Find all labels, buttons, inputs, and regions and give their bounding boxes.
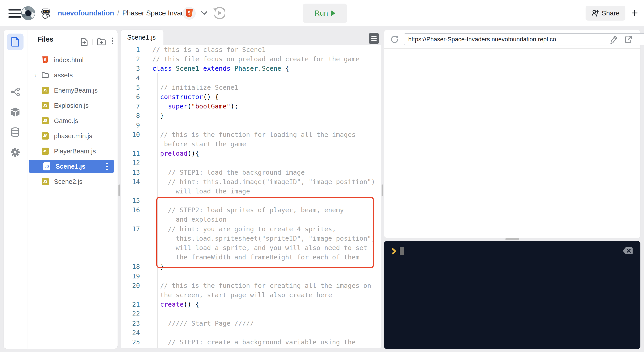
js-file-icon: JS bbox=[42, 148, 49, 155]
file-row-assets[interactable]: ›assets bbox=[27, 68, 118, 83]
rail-item-packages[interactable] bbox=[7, 104, 24, 120]
file-row-Scene1.js[interactable]: JSScene1.js bbox=[29, 160, 114, 173]
file-row-EnemyBeam.js[interactable]: JSEnemyBeam.js bbox=[27, 83, 118, 98]
code-line-13: 13// STEP1: load the background image bbox=[121, 168, 381, 177]
code-line-10: 10// this is the function for loading al… bbox=[121, 130, 381, 139]
file-row-Explosion.js[interactable]: JSExplosion.js bbox=[27, 98, 118, 113]
bot-avatar-icon bbox=[41, 8, 50, 20]
code-line-wrap: will load a sprite, and you will also ne… bbox=[121, 243, 381, 252]
code-line-7: 7super("bootGame"); bbox=[121, 102, 381, 111]
code-line-23: 23///// Start Page ///// bbox=[121, 319, 381, 328]
file-row-Game.js[interactable]: JSGame.js bbox=[27, 113, 118, 128]
console-panel[interactable] bbox=[384, 241, 640, 349]
code-line-3: 3class Scene1 extends Phaser.Scene { bbox=[121, 64, 381, 73]
console-prompt-icon bbox=[392, 248, 397, 255]
file-row-phaser.min.js[interactable]: JSphaser.min.js bbox=[27, 128, 118, 144]
preview-url-input[interactable] bbox=[404, 33, 644, 45]
code-line-19: 19 bbox=[121, 272, 381, 281]
web-preview-panel bbox=[384, 30, 640, 238]
file-name: EnemyBeam.js bbox=[54, 87, 98, 94]
code-line-11: 11preload(){ bbox=[121, 149, 381, 158]
files-section: Files 5index.html›assetsJSEnemyBeam.jsJS… bbox=[27, 30, 118, 349]
preview-url-bar bbox=[384, 30, 640, 49]
code-line-wrap: background you loaded bbox=[121, 347, 381, 348]
new-tab-plus-button[interactable]: + bbox=[628, 5, 641, 21]
open-external-link-icon[interactable] bbox=[624, 35, 632, 45]
tool-rail: ? bbox=[4, 30, 27, 349]
js-file-icon: JS bbox=[42, 132, 49, 140]
code-line-5: 5// initialize Scene1 bbox=[121, 83, 381, 92]
code-line-15: 15 bbox=[121, 196, 381, 205]
breadcrumb-org-link[interactable]: nuevofoundation bbox=[58, 9, 114, 17]
code-line-9: 9 bbox=[121, 121, 381, 130]
edit-url-pencil-icon[interactable] bbox=[610, 35, 618, 45]
code-line-20: 20// this is the function for creating a… bbox=[121, 281, 381, 290]
repl-menu-chevron-down-icon[interactable] bbox=[200, 10, 208, 16]
code-editor[interactable]: 1// this is a class for Scene12// this f… bbox=[121, 45, 381, 348]
run-play-icon bbox=[331, 10, 336, 16]
breadcrumb: nuevofoundation / Phaser Space Invaders bbox=[58, 0, 194, 26]
add-file-icon[interactable] bbox=[80, 38, 88, 47]
run-button[interactable]: Run bbox=[303, 3, 347, 23]
file-name: Explosion.js bbox=[54, 102, 89, 109]
code-line-8: 8} bbox=[121, 111, 381, 120]
editor-tab-label: Scene1.js bbox=[127, 34, 156, 41]
file-name: assets bbox=[54, 72, 73, 79]
breadcrumb-separator: / bbox=[117, 9, 119, 17]
code-line-12: 12 bbox=[121, 158, 381, 168]
file-name: index.html bbox=[54, 56, 84, 64]
code-line-wrap: will load the image bbox=[121, 186, 381, 196]
file-row-Scene2.js[interactable]: JSScene2.js bbox=[27, 174, 118, 189]
rail-item-settings[interactable] bbox=[7, 144, 24, 161]
console-clear-backspace-icon[interactable] bbox=[622, 247, 633, 255]
database-icon bbox=[10, 127, 20, 137]
rail-item-files[interactable] bbox=[7, 33, 24, 50]
console-cursor bbox=[400, 247, 404, 255]
cube-icon bbox=[10, 107, 20, 117]
rail-item-database[interactable] bbox=[7, 124, 24, 141]
editor-options-icon[interactable] bbox=[369, 33, 379, 44]
code-line-22: 22 bbox=[121, 309, 381, 319]
code-line-25: 25// STEP1: create a background variable… bbox=[121, 338, 381, 347]
js-file-icon: JS bbox=[42, 117, 49, 124]
code-pane: 1// this is a class for Scene12// this f… bbox=[121, 45, 381, 348]
hamburger-menu-icon[interactable] bbox=[8, 9, 21, 18]
rail-item-version-control[interactable] bbox=[7, 84, 24, 100]
share-button[interactable]: Share bbox=[586, 6, 626, 20]
org-logo[interactable] bbox=[21, 6, 36, 21]
js-file-icon: JS bbox=[43, 162, 50, 171]
console-resize-handle[interactable] bbox=[506, 238, 519, 240]
js-file-icon: JS bbox=[42, 102, 49, 109]
code-line-wrap: the frameWidth and frameHeight for each … bbox=[121, 252, 381, 262]
panel-resize-handle-left[interactable] bbox=[118, 184, 120, 196]
file-kebab-menu-icon[interactable] bbox=[106, 163, 108, 170]
code-line-16: 16// STEP2: load sprites of player, beam… bbox=[121, 205, 381, 215]
refresh-icon[interactable] bbox=[390, 35, 399, 45]
file-row-PlayerBeam.js[interactable]: JSPlayerBeam.js bbox=[27, 144, 118, 159]
header-divider bbox=[92, 39, 93, 45]
code-line-4: 4 bbox=[121, 73, 381, 83]
code-line-14: 14// hint: this.load.image("imageID", "i… bbox=[121, 177, 381, 186]
history-icon[interactable] bbox=[213, 7, 225, 20]
code-line-18: 18} bbox=[121, 262, 381, 271]
top-header: nuevofoundation / Phaser Space Invaders … bbox=[0, 0, 644, 26]
code-line-17: 17// hint: you are going to create 4 spr… bbox=[121, 224, 381, 234]
code-line-1: 1// this is a class for Scene1 bbox=[121, 45, 381, 54]
js-file-icon: JS bbox=[42, 87, 49, 94]
expand-chevron-icon[interactable]: › bbox=[34, 72, 36, 79]
html-file-icon: 5 bbox=[42, 56, 48, 63]
invite-user-icon bbox=[592, 10, 599, 17]
panel-resize-handle-right[interactable] bbox=[382, 184, 383, 196]
gear-icon bbox=[10, 148, 20, 157]
add-folder-icon[interactable] bbox=[97, 38, 106, 46]
file-name: PlayerBeam.js bbox=[54, 148, 96, 155]
js-file-icon: JS bbox=[42, 178, 49, 185]
branch-icon bbox=[10, 88, 20, 96]
file-name: Scene1.js bbox=[56, 163, 86, 170]
files-kebab-menu-icon[interactable] bbox=[112, 37, 113, 44]
code-line-21: 21create() { bbox=[121, 300, 381, 309]
file-row-index.html[interactable]: 5index.html bbox=[27, 52, 118, 68]
code-line-2: 2// this file focus on preload and creat… bbox=[121, 54, 381, 64]
editor-tab-scene1[interactable]: Scene1.js bbox=[121, 30, 164, 45]
code-line-6: 6constructor() { bbox=[121, 92, 381, 102]
